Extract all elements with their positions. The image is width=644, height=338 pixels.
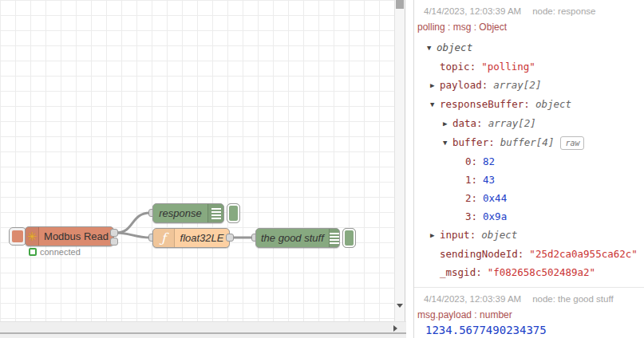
goodstuff-debug-node[interactable]: the good stuff <box>255 228 340 248</box>
modbus-output-port-2[interactable] <box>110 238 118 246</box>
tree-row: ▼object <box>414 38 644 57</box>
tree-row: 0:82 <box>414 152 644 171</box>
goodstuff-node-label: the good stuff <box>256 229 329 247</box>
expand-icon[interactable]: ▼ <box>427 39 437 57</box>
message-property: polling : msg : Object <box>414 16 644 33</box>
json-tree: ▼object topic:"polling" ▶payload:array[2… <box>414 38 644 281</box>
response-debug-toggle-button[interactable] <box>227 203 240 223</box>
chevron-down-icon <box>397 304 403 308</box>
function-output-port[interactable] <box>226 234 234 242</box>
debug-message-meta: 4/14/2023, 12:03:39 AM node: the good st… <box>414 288 644 304</box>
expand-icon[interactable]: ▶ <box>430 226 440 245</box>
panel-splitter[interactable] <box>406 0 413 338</box>
tree-row: sendingNodeId:"25d2ca0a955ca62c" <box>414 245 644 263</box>
tree-row: 1:43 <box>414 171 644 189</box>
vertical-scrollbar[interactable] <box>394 0 405 321</box>
expand-icon[interactable]: ▼ <box>430 96 440 114</box>
response-node-label: response <box>153 204 207 222</box>
function-icon-section: ƒ <box>153 229 175 247</box>
modbus-status: connected <box>29 247 81 257</box>
modbus-read-node[interactable]: ✳ Modbus Read <box>25 226 114 246</box>
float32le-function-node[interactable]: ƒ float32LE <box>152 228 230 248</box>
tree-row: ▶data:array[2] <box>414 114 644 133</box>
tree-row: _msgid:"f082658c502489a2" <box>414 263 644 281</box>
wire-layer <box>0 0 394 321</box>
tree-row: ▶payload:array[2] <box>414 76 644 95</box>
debug-message: 4/14/2023, 12:03:39 AM node: the good st… <box>414 288 644 338</box>
tree-row: 3:0x9a <box>414 207 644 226</box>
chevron-right-icon <box>393 325 397 332</box>
debug-icon <box>330 233 339 244</box>
debug-sidebar[interactable]: 4/14/2023, 12:03:39 AM node: response po… <box>413 0 644 338</box>
debug-message-meta: 4/14/2023, 12:03:39 AM node: response <box>414 0 644 16</box>
modbus-node-label: Modbus Read <box>39 227 113 246</box>
raw-button[interactable]: raw <box>560 136 584 150</box>
payload-value: 1234.5677490234375 <box>414 324 644 336</box>
source-node: node: the good stuff <box>532 294 613 304</box>
node-red-window: ✳ Modbus Read connected response ƒ float… <box>0 0 644 338</box>
modbus-gear-icon: ✳ <box>27 230 38 242</box>
source-node: node: response <box>532 6 595 16</box>
scroll-down-button[interactable] <box>395 298 405 312</box>
timestamp: 4/14/2023, 12:03:39 AM <box>424 6 521 16</box>
wire-modbus-function[interactable] <box>117 233 150 238</box>
timestamp: 4/14/2023, 12:03:39 AM <box>424 294 521 304</box>
flow-canvas[interactable]: ✳ Modbus Read connected response ƒ float… <box>0 0 394 321</box>
modbus-icon-section: ✳ <box>26 227 39 246</box>
scroll-right-button[interactable] <box>389 323 401 333</box>
vertical-scrollbar-thumb[interactable] <box>396 0 404 9</box>
tree-row: ▶input:object <box>414 226 644 245</box>
status-connected-icon <box>29 248 37 256</box>
expand-icon[interactable]: ▼ <box>443 134 452 152</box>
horizontal-scrollbar[interactable] <box>0 321 406 338</box>
expand-icon[interactable]: ▶ <box>430 77 440 95</box>
modbus-node-button-fill <box>12 230 23 242</box>
function-node-label: float32LE <box>175 229 229 247</box>
debug-icon <box>211 208 221 219</box>
modbus-node-button[interactable] <box>9 227 26 246</box>
tree-row: ▼buffer:buffer[4]raw <box>414 133 644 152</box>
goodstuff-icon-section <box>329 229 339 247</box>
tree-row: ▼responseBuffer:object <box>414 95 644 114</box>
modbus-output-port-1[interactable] <box>110 229 118 237</box>
response-icon-section <box>207 204 223 222</box>
status-text: connected <box>40 247 81 257</box>
goodstuff-debug-toggle-button[interactable] <box>342 228 356 248</box>
expand-icon[interactable]: ▶ <box>443 115 452 133</box>
response-debug-node[interactable]: response <box>152 203 224 223</box>
tree-row: topic:"polling" <box>414 57 644 76</box>
horizontal-scrollbar-thumb[interactable] <box>0 332 406 334</box>
debug-message: 4/14/2023, 12:03:39 AM node: response po… <box>414 0 644 288</box>
wire-modbus-response[interactable] <box>117 213 150 233</box>
message-property: msg.payload : number <box>414 304 644 320</box>
tree-row: 2:0x44 <box>414 189 644 207</box>
function-icon: ƒ <box>161 232 166 245</box>
